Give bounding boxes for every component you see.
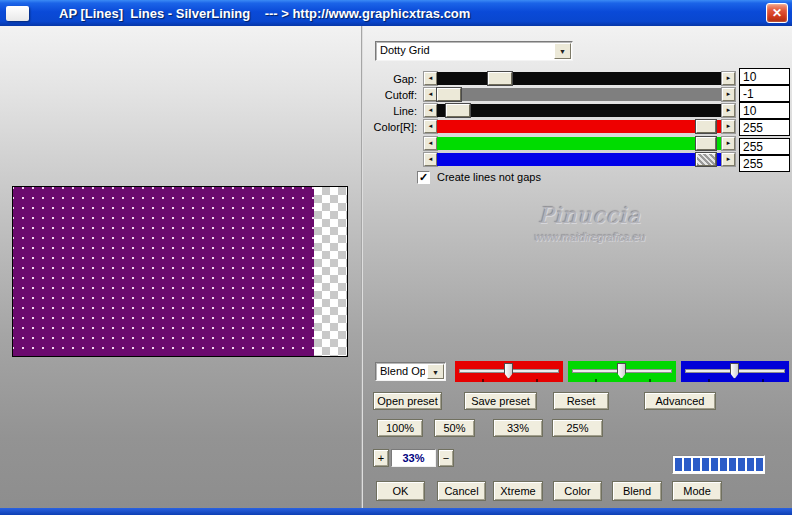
progress-segment [684,458,691,471]
blend-red-slider[interactable] [455,361,563,382]
gap-value-field[interactable] [739,68,790,85]
cancel-button[interactable]: Cancel [437,481,486,501]
progress-segment [729,458,736,471]
line-arrow-right-icon[interactable]: ► [722,104,735,117]
create-lines-label: Create lines not gaps [437,171,541,183]
gap-label: Gap: [369,73,417,85]
blend-blue-thumb[interactable] [730,363,739,379]
title-bar[interactable]: AP [Lines] Lines - SilverLining --- > ht… [0,0,792,26]
color-r-value-field[interactable] [739,119,790,136]
progress-segment [675,458,682,471]
blend-options-dropdown[interactable]: Blend Optio ▼ [375,362,446,381]
cutoff-slider[interactable]: Cutoff: ◄ ► [369,88,736,102]
gap-arrow-right-icon[interactable]: ► [722,72,735,85]
zoom-25-button[interactable]: 25% [552,419,603,437]
line-track[interactable] [437,104,722,117]
create-lines-checkbox[interactable]: ✓ [417,171,430,184]
color-b-track[interactable] [437,153,722,166]
color-b-thumb[interactable] [696,153,716,166]
progress-segment [756,458,763,471]
watermark-name: Pinuccia [470,203,710,228]
line-thumb[interactable] [446,104,470,117]
zoom-out-button[interactable]: − [438,449,454,467]
zoom-100-button[interactable]: 100% [377,419,423,437]
zoom-50-button[interactable]: 50% [434,419,475,437]
close-button[interactable]: ✕ [766,3,788,23]
blend-red-thumb[interactable] [504,363,513,379]
cutoff-arrow-right-icon[interactable]: ► [722,88,735,101]
window-title: AP [Lines] Lines - SilverLining --- > ht… [59,6,470,21]
mode-button[interactable]: Mode [672,481,722,501]
progress-segment [711,458,718,471]
color-b-arrow-left-icon[interactable]: ◄ [424,153,437,166]
reset-button[interactable]: Reset [553,392,609,410]
progress-segment [720,458,727,471]
watermark-site: www.maidiregrafica.eu [470,231,710,243]
color-r-track[interactable] [437,120,722,133]
save-preset-button[interactable]: Save preset [464,392,537,410]
xtreme-button[interactable]: Xtreme [493,481,543,501]
color-g-arrow-right-icon[interactable]: ► [722,137,735,150]
panel-divider [361,26,363,508]
color-g-track[interactable] [437,137,722,150]
color-g-value-field[interactable] [739,138,790,155]
line-arrow-left-icon[interactable]: ◄ [424,104,437,117]
preview-dotty-grid-pattern [13,187,315,356]
open-preset-button[interactable]: Open preset [373,392,442,410]
gap-slider[interactable]: Gap: ◄ ► [369,72,736,86]
color-b-arrow-right-icon[interactable]: ► [722,153,735,166]
color-r-arrow-left-icon[interactable]: ◄ [424,120,437,133]
cutoff-arrow-left-icon[interactable]: ◄ [424,88,437,101]
watermark: Pinuccia www.maidiregrafica.eu [470,203,710,243]
progress-segment [702,458,709,471]
window-bottom-border [0,508,792,515]
blend-green-slider[interactable] [568,361,676,382]
gap-track[interactable] [437,72,722,85]
progress-segment [738,458,745,471]
progress-segment [747,458,754,471]
blend-blue-slider[interactable] [681,361,789,382]
color-b-slider[interactable]: ◄ ► [369,153,736,167]
gap-thumb[interactable] [488,72,512,85]
color-r-arrow-right-icon[interactable]: ► [722,120,735,133]
effect-preset-dropdown[interactable]: Dotty Grid ▼ [375,41,573,61]
color-g-slider[interactable]: ◄ ► [369,137,736,151]
plugin-dialog-window: AP [Lines] Lines - SilverLining --- > ht… [0,0,792,515]
line-slider[interactable]: Line: ◄ ► [369,104,736,118]
color-b-value-field[interactable] [739,155,790,172]
app-icon [6,6,29,21]
zoom-in-button[interactable]: + [373,449,389,467]
ok-button[interactable]: OK [376,481,425,501]
effect-preset-value: Dotty Grid [380,44,552,56]
line-label: Line: [369,105,417,117]
color-r-thumb[interactable] [696,120,716,133]
preview-image[interactable] [12,186,348,357]
chevron-down-icon[interactable]: ▼ [554,43,571,59]
gap-arrow-left-icon[interactable]: ◄ [424,72,437,85]
color-r-slider[interactable]: Color[R]: ◄ ► [369,120,736,134]
cutoff-track[interactable] [437,88,722,101]
cutoff-value-field[interactable] [739,85,790,102]
line-value-field[interactable] [739,102,790,119]
blend-button[interactable]: Blend [612,481,662,501]
advanced-button[interactable]: Advanced [644,392,716,410]
color-g-thumb[interactable] [696,137,716,150]
blend-green-thumb[interactable] [617,363,626,379]
preview-transparency-checker [314,187,347,356]
progress-segment [693,458,700,471]
chevron-down-icon[interactable]: ▼ [427,364,444,379]
cutoff-label: Cutoff: [369,89,417,101]
color-r-label: Color[R]: [369,121,417,133]
color-button[interactable]: Color [553,481,602,501]
color-g-arrow-left-icon[interactable]: ◄ [424,137,437,150]
progress-bar [672,455,765,474]
blend-options-value: Blend Optio [380,365,425,377]
cutoff-thumb[interactable] [437,88,461,101]
zoom-33-button[interactable]: 33% [493,419,543,437]
zoom-level-display: 33% [391,449,436,467]
